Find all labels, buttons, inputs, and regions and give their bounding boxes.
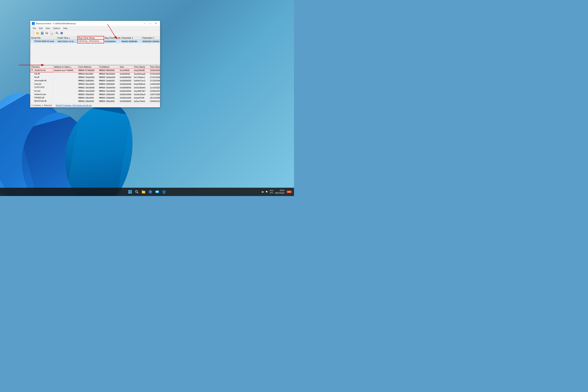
- col-header-bugcheckcode[interactable]: Bug Check Code: [104, 36, 121, 40]
- driver-row[interactable]: ⚙ntoskrnl.exentoskrnl.exe+74d940fffff800…: [30, 68, 160, 72]
- cell-addrstack: [53, 100, 78, 103]
- cell-timestamp: 0x7c46e6c1: [133, 76, 149, 79]
- file-icon: 📄: [31, 83, 34, 85]
- cell-toaddr: fffff800`18e29000: [98, 89, 119, 93]
- tray-keyboard[interactable]: ENG INTL: [270, 190, 274, 194]
- cell-toaddr: fffff800`8884f000: [98, 68, 119, 72]
- file-icon: 📄: [31, 100, 34, 102]
- cell-toaddr: fffff800`18fed000: [98, 100, 119, 103]
- toolbar-about[interactable]: i: [60, 31, 64, 35]
- dump-row[interactable]: 📄070424-9593-01.dmp 04/07/2024 14:31:35 …: [30, 40, 160, 43]
- cell-fromaddr: fffff800`18e30000: [78, 86, 98, 89]
- menu-edit[interactable]: Edit: [38, 27, 44, 30]
- cell-filename: 📄winaccel.sys: [30, 93, 53, 96]
- taskbar-clock[interactable]: 19:54 04/07/2024: [275, 189, 284, 194]
- menu-file[interactable]: File: [31, 27, 38, 30]
- cell-toaddr: fffff800`18fb5000: [98, 93, 119, 96]
- toolbar-save[interactable]: [40, 31, 44, 35]
- maximize-button[interactable]: □: [148, 22, 153, 26]
- driver-row[interactable]: 📄symcryptk.dllfffff800`18df0000fffff800`…: [30, 79, 160, 82]
- cell-dumpfile: 📄070424-9593-01.dmp: [30, 40, 57, 43]
- file-explorer-button[interactable]: [140, 189, 146, 195]
- cell-timestamp: 0xdc99d5c6: [133, 82, 149, 86]
- menu-view[interactable]: View: [44, 27, 52, 30]
- nirsoft-link[interactable]: NirSoft Freeware. http://www.nirsoft.net: [56, 104, 92, 106]
- cell-filename: 📄CLFS.SYS: [30, 86, 53, 89]
- minimize-button[interactable]: ─: [142, 22, 147, 26]
- col-header-size[interactable]: Size: [119, 66, 133, 68]
- driver-row[interactable]: 📄BOOTVID.dllfffff800`18fe0000fffff800`18…: [30, 100, 160, 103]
- cell-fromaddr: fffff800`18e20000: [78, 89, 98, 93]
- driver-row[interactable]: 📄PSHED.dllfffff800`18fc0000fffff800`18fd…: [30, 96, 160, 100]
- start-button[interactable]: [127, 189, 133, 195]
- col-header-timestring[interactable]: Time String: [149, 66, 160, 68]
- cell-size: 0x00086000: [119, 86, 133, 89]
- toolbar-search[interactable]: [55, 31, 59, 35]
- close-button[interactable]: ✕: [153, 22, 158, 26]
- col-header-toaddr[interactable]: To Address: [98, 66, 119, 68]
- col-header-bugcheckstr[interactable]: Bug Check String: [78, 36, 104, 40]
- monitor-button[interactable]: [161, 189, 167, 195]
- driver-row[interactable]: 📄hal.dllfffff800`88c0000fffff800`88c0600…: [30, 72, 160, 76]
- cell-fromaddr: fffff800`18de0000: [78, 76, 98, 79]
- menu-options[interactable]: Options: [52, 27, 62, 30]
- dmp-file-icon: 📄: [31, 40, 34, 43]
- cell-timestamp: 0xa2300df0: [133, 68, 149, 72]
- desktop: BlueScreenView - C:\WINDOWS\Minidump ─ □…: [0, 0, 294, 196]
- tray-volume[interactable]: [266, 190, 268, 194]
- svg-point-31: [156, 191, 157, 192]
- col-header-param1[interactable]: Parameter 1: [121, 36, 142, 40]
- browser-button[interactable]: [148, 189, 154, 195]
- cell-timestamp: 0x5ce79e41: [133, 100, 149, 103]
- svg-rect-21: [128, 192, 130, 194]
- menu-help[interactable]: Help: [62, 27, 69, 30]
- cell-timestring: 23/03/2056 1: [149, 68, 160, 72]
- tray-network[interactable]: [262, 190, 264, 194]
- cell-toaddr: fffff800`18f93000: [98, 82, 119, 86]
- col-header-addrstack[interactable]: Address In Stack: [53, 66, 78, 68]
- chat-button[interactable]: [154, 189, 160, 195]
- file-icon: 📄: [31, 86, 34, 89]
- cell-timestring: 11/10/2021 0:: [149, 86, 160, 89]
- svg-rect-35: [164, 193, 164, 193]
- cell-addrstack: [53, 89, 78, 93]
- cell-size: 0x0000b000: [119, 79, 133, 82]
- driver-row[interactable]: 📄CLFS.SYSfffff800`18e30000fffff800`18eb6…: [30, 86, 160, 89]
- cell-timestamp: 0x94427ec3: [133, 79, 149, 82]
- cell-addrstack: [53, 72, 78, 76]
- drivers-table-scroll[interactable]: Filename Address In Stack From Address T…: [30, 66, 160, 103]
- col-header-param2[interactable]: Parameter 2: [142, 36, 160, 40]
- svg-rect-26: [142, 190, 143, 191]
- cell-bugcheckstr: CRITICAL_PROCESS_DIED: [78, 40, 104, 43]
- drivers-table: Filename Address In Stack From Address T…: [30, 66, 160, 103]
- toolbar-open-folder[interactable]: [36, 31, 40, 35]
- toolbar-print[interactable]: [45, 31, 49, 35]
- cell-timestring: 25/12/2068 1:: [149, 96, 160, 100]
- driver-row[interactable]: 📄kd.dllfffff800`18de0000fffff800`18deb00…: [30, 76, 160, 79]
- driver-row[interactable]: 📄winaccel.sysfffff800`18fa0000fffff800`1…: [30, 93, 160, 96]
- col-header-fromaddr[interactable]: From Address: [78, 66, 98, 68]
- search-button[interactable]: [134, 189, 140, 195]
- cell-crashtime: 04/07/2024 14:31:35: [57, 40, 78, 43]
- col-header-filename[interactable]: Filename: [30, 66, 53, 68]
- driver-row[interactable]: 📄tm.sysfffff800`18e20000fffff800`18e2900…: [30, 89, 160, 93]
- svg-line-14: [52, 34, 53, 35]
- cell-size: 0x0001b000: [119, 96, 133, 100]
- cell-timestamp: 0xb3b15bc0: [133, 93, 149, 96]
- col-header-timestamp[interactable]: Time Stamp: [133, 66, 149, 68]
- driver-row[interactable]: 📄cng.sysfffff800`18ec0000fffff800`18f930…: [30, 82, 160, 86]
- window-controls: ─ □ ✕: [142, 22, 158, 26]
- svg-rect-8: [42, 32, 43, 33]
- cell-toaddr: fffff800`18fdb000: [98, 96, 119, 100]
- cell-filename: 📄BOOTVID.dll: [30, 100, 53, 103]
- toolbar-new[interactable]: [31, 31, 35, 35]
- svg-point-37: [262, 192, 263, 193]
- cell-timestamp: 0xba2f74f4: [133, 96, 149, 100]
- col-header-dumpfile[interactable]: Dump File: [30, 36, 57, 40]
- col-header-crashtime[interactable]: Crash Time: [57, 36, 78, 40]
- status-crashes: 1 Crashes, 1 Selected: [32, 104, 52, 106]
- svg-text:i: i: [62, 32, 62, 34]
- toolbar-print-preview[interactable]: [49, 31, 53, 35]
- cell-filename: 📄tm.sys: [30, 89, 53, 93]
- dump-files-pane[interactable]: Dump File Crash Time Bug Check String Bu…: [30, 36, 160, 66]
